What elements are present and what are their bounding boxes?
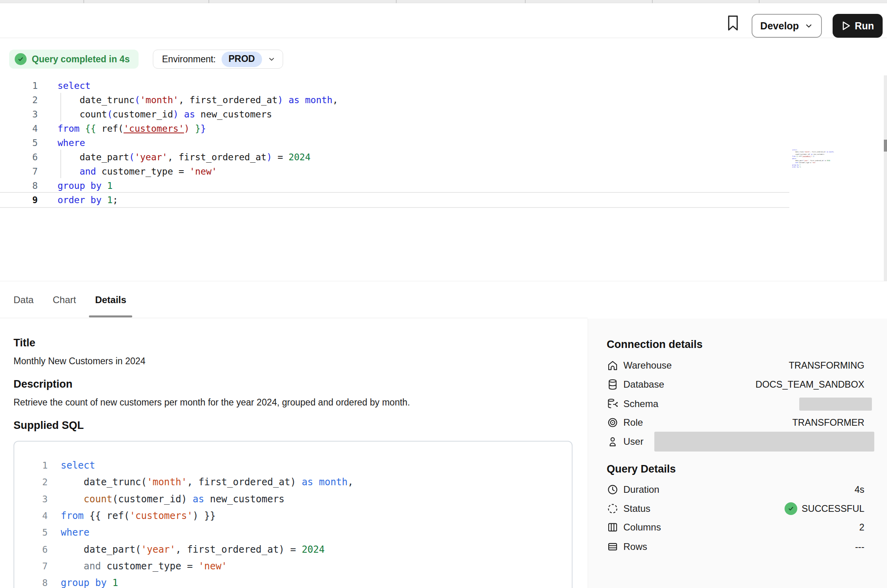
description-heading: Description	[13, 378, 73, 390]
tab-label: Chart	[53, 294, 76, 306]
code-text: and customer_type = 'new'	[58, 164, 217, 179]
indent-guide	[60, 150, 61, 178]
row-value: TRANSFORMER	[793, 413, 864, 432]
query-status-text: Query completed in 4s	[32, 54, 130, 65]
code-line[interactable]: 2 date_trunc('month', first_ordered_at) …	[0, 93, 789, 107]
schema-row: Schema	[607, 394, 887, 413]
chevron-down-icon	[268, 55, 276, 63]
line-number: 7	[0, 164, 38, 179]
line-number: 7	[14, 558, 48, 575]
query-details-heading: Query Details	[607, 463, 676, 475]
code-text: date_part('year', first_ordered_at) = 20…	[61, 541, 325, 558]
code-text: order by 1;	[58, 193, 118, 207]
top-strip-divider	[396, 0, 397, 3]
line-number: 6	[14, 541, 48, 558]
line-number: 4	[14, 507, 48, 524]
code-text: count(customer_id) as new_customers	[61, 491, 285, 507]
tab-data[interactable]: Data	[13, 281, 34, 319]
description-value: Retrieve the count of new customers per …	[13, 397, 410, 408]
tab-details[interactable]: Details	[95, 281, 126, 319]
play-icon	[841, 21, 851, 31]
status-row: StatusSUCCESSFUL	[607, 499, 887, 518]
code-text: count(customer_id) as new_customers	[58, 107, 272, 121]
row-value: TRANSFORMING	[789, 356, 864, 375]
role-row: RoleTRANSFORMER	[607, 413, 887, 432]
run-button[interactable]: Run	[833, 14, 883, 38]
row-value: ---	[855, 537, 864, 556]
active-tab-underline	[89, 315, 132, 317]
redacted-value	[799, 398, 872, 411]
code-line[interactable]: 8group by 1	[0, 179, 789, 193]
bookmark-icon	[727, 15, 739, 31]
redacted-value	[654, 432, 874, 452]
line-number: 6	[0, 150, 38, 164]
code-line[interactable]: 7 and customer_type = 'new'	[0, 164, 789, 179]
database-row: DatabaseDOCS_TEAM_SANDBOX	[607, 375, 887, 394]
supplied-sql-code-block: 1select2 date_trunc('month', first_order…	[13, 441, 573, 588]
user-row: User	[607, 432, 887, 451]
code-text: and customer_type = 'new'	[792, 162, 816, 163]
code-line: 6 date_part('year', first_ordered_at) = …	[14, 541, 572, 558]
row-label: Status	[623, 499, 650, 518]
row-value: DOCS_TEAM_SANDBOX	[756, 375, 864, 394]
code-line: 4from {{ ref('customers') }}	[14, 507, 572, 524]
success-check-icon	[15, 53, 27, 65]
role-icon	[607, 417, 619, 429]
code-line: order by 1;	[792, 166, 835, 168]
code-line[interactable]: 9order by 1;	[0, 193, 789, 207]
code-text: from {{ ref('customers') }}	[792, 156, 814, 157]
line-number: 4	[0, 121, 38, 136]
code-text: where	[61, 524, 89, 541]
environment-dropdown[interactable]: Environment: PROD	[153, 50, 283, 69]
code-text: date_trunc('month', first_ordered_at) as…	[792, 151, 834, 153]
code-text: where	[58, 136, 85, 150]
success-check-icon	[785, 502, 797, 515]
code-text: select	[792, 149, 797, 151]
code-line: 8group by 1	[14, 575, 572, 588]
code-text: from {{ ref('customers') }}	[58, 121, 206, 136]
code-line[interactable]: 3 count(customer_id) as new_customers	[0, 107, 789, 121]
row-label: Role	[623, 413, 643, 432]
editor-minimap[interactable]: select date_trunc('month', first_ordered…	[792, 149, 835, 177]
top-strip-divider	[208, 0, 209, 3]
tab-chart[interactable]: Chart	[53, 281, 76, 319]
title-heading: Title	[13, 337, 35, 349]
rows-icon	[607, 541, 619, 553]
top-tab-strip	[0, 0, 887, 3]
code-line[interactable]: 5where	[0, 136, 789, 150]
code-line: 3 count(customer_id) as new_customers	[14, 491, 572, 507]
scrollbar-thumb[interactable]	[884, 140, 887, 152]
develop-button-label: Develop	[760, 20, 799, 32]
row-label: User	[623, 432, 644, 451]
details-side-panel: Connection details WarehouseTRANSFORMING…	[588, 319, 887, 588]
line-number: 9	[0, 193, 38, 207]
code-line[interactable]: 4from {{ ref('customers') }}	[0, 121, 789, 136]
top-strip-divider	[525, 0, 526, 3]
bookmark-button[interactable]	[724, 13, 742, 33]
sql-editor[interactable]: 1select2 date_trunc('month', first_order…	[0, 69, 884, 279]
row-value: SUCCESSFUL	[802, 499, 864, 518]
develop-dropdown-button[interactable]: Develop	[752, 14, 822, 38]
row-label: Database	[623, 375, 664, 394]
row-label: Duration	[623, 480, 659, 499]
chevron-down-icon	[804, 21, 813, 30]
code-line[interactable]: 6 date_part('year', first_ordered_at) = …	[0, 150, 789, 164]
scrollbar-track[interactable]	[884, 75, 887, 291]
line-number: 8	[0, 179, 38, 193]
code-line[interactable]: 1select	[0, 79, 789, 93]
indent-guide	[60, 93, 61, 121]
code-text: count(customer_id) as new_customers	[792, 154, 824, 155]
code-line: 2 date_trunc('month', first_ordered_at) …	[14, 474, 572, 490]
row-label: Schema	[623, 394, 658, 413]
tab-label: Details	[95, 294, 126, 306]
code-text: group by 1	[792, 164, 800, 166]
line-number: 1	[0, 79, 38, 93]
line-number: 1	[14, 457, 48, 474]
line-number: 5	[14, 524, 48, 541]
environment-value-pill: PROD	[222, 52, 262, 67]
code-text: group by 1	[61, 575, 118, 588]
top-strip-divider	[759, 0, 760, 3]
row-value: 4s	[854, 480, 864, 499]
code-text: order by 1;	[792, 166, 801, 168]
row-value: 2	[859, 518, 864, 537]
